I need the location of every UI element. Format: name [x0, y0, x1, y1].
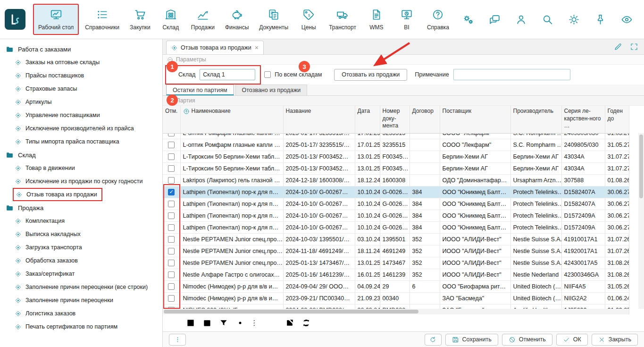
- table-row[interactable]: Nimodec (Нимодек) р-р для в/в и…2023-09-…: [163, 292, 629, 304]
- table-row[interactable]: L-оптик Ромфарм глазные капли …2025-01-1…: [163, 139, 629, 151]
- row-checkbox[interactable]: [168, 236, 175, 243]
- subtab[interactable]: Отозвано из продажи: [235, 85, 308, 95]
- nav-help[interactable]: Справка: [423, 2, 453, 36]
- scrollbar-thumb[interactable]: [639, 135, 643, 198]
- refresh-button[interactable]: [425, 334, 442, 346]
- nav-transport[interactable]: Транспорт: [325, 2, 360, 36]
- table-row[interactable]: Nestle PEPTAMEN Junior спец.про…2024-10-…: [163, 233, 629, 245]
- column-header[interactable]: Договор: [410, 106, 440, 133]
- table-row[interactable]: Nestle PEPTAMEN Junior спец.про…2024-11-…: [163, 245, 629, 257]
- row-checkbox[interactable]: [168, 201, 175, 207]
- column-header[interactable]: Серия ле-карствен-ного …: [561, 106, 605, 133]
- tab-recall-product[interactable]: Отзыв товара из продажи ×: [166, 41, 264, 54]
- reload-icon[interactable]: [301, 318, 311, 328]
- tree-item[interactable]: Прайсы поставщиков: [15, 69, 162, 82]
- all-warehouses-checkbox[interactable]: [264, 71, 271, 78]
- column-header[interactable]: Годен до: [605, 106, 629, 133]
- calendar-icon[interactable]: [202, 318, 212, 328]
- more-button[interactable]: [169, 334, 186, 346]
- edit-icon[interactable]: [614, 42, 622, 51]
- column-header[interactable]: Дата: [355, 106, 380, 133]
- tree-item[interactable]: Заполнение причин переоценки: [15, 294, 162, 307]
- nav-purchases[interactable]: Закупки: [125, 2, 155, 36]
- column-header[interactable]: Наименование: [180, 106, 283, 133]
- tree-group-Склад[interactable]: Склад: [0, 148, 162, 161]
- table-row[interactable]: Lathipen (Тиопентал) пор-к для п…2024-10…: [163, 198, 629, 210]
- brightness-icon[interactable]: [568, 14, 580, 25]
- vertical-scrollbar[interactable]: [638, 133, 644, 309]
- nav-bi[interactable]: BI: [393, 2, 421, 36]
- row-checkbox[interactable]: [168, 142, 175, 148]
- table-row[interactable]: ✓Lathipen (Тиопентал) пор-к для п…2024-1…: [163, 186, 629, 198]
- row-checkbox[interactable]: [168, 248, 175, 254]
- tree-item[interactable]: Заказ/сертификат: [15, 267, 162, 280]
- row-checkbox[interactable]: [168, 271, 175, 278]
- gear-icon[interactable]: [235, 318, 245, 328]
- table-row[interactable]: Lathipen (Тиопентал) пор-к для п…2024-10…: [163, 210, 629, 221]
- scrollbar-thumb[interactable]: [164, 310, 418, 313]
- nav-desktop[interactable]: Рабочий стол: [33, 4, 79, 35]
- table-row[interactable]: L-оптик Ромфарм глазные капли …2025-01-1…: [163, 133, 629, 139]
- column-header[interactable]: Поставщик: [440, 106, 510, 133]
- column-header[interactable]: Номер доку-мента: [380, 106, 410, 133]
- tree-item[interactable]: Печать сертификатов по партиям: [15, 320, 162, 333]
- tree-item[interactable]: Комплектация: [15, 214, 162, 228]
- recall-from-sale-button[interactable]: Отозвать из продажи: [334, 69, 407, 81]
- list-add-icon[interactable]: [268, 318, 278, 328]
- messages-icon[interactable]: [489, 14, 501, 25]
- row-checkbox[interactable]: [168, 283, 175, 290]
- horizontal-scrollbar[interactable]: [163, 309, 629, 314]
- nav-wms[interactable]: WMS: [362, 2, 391, 36]
- nav-finance[interactable]: Финансы: [221, 2, 253, 36]
- tree-item[interactable]: Заполнение причин переоценки (все строки…: [15, 280, 162, 294]
- tree-item[interactable]: Артикулы: [15, 95, 162, 109]
- table-row[interactable]: Nimodec (Нимодек) р-р для в/в и…2024-09-…: [163, 280, 629, 292]
- table-row[interactable]: Lakripos (Лакрипос) гель глазной …2024-1…: [163, 174, 629, 186]
- row-checkbox[interactable]: ✓: [168, 189, 175, 195]
- subtab[interactable]: Остатки по партиям: [166, 85, 234, 95]
- tree-item[interactable]: Товар в движении: [15, 161, 162, 175]
- tree-group-Продажа[interactable]: Продажа: [0, 201, 162, 214]
- ok-button[interactable]: ОК: [556, 334, 588, 346]
- pin-icon[interactable]: [594, 14, 606, 25]
- table-row[interactable]: L-Тироксин 50 Берлин-Хеми табл…2025-01-1…: [163, 151, 629, 162]
- column-header[interactable]: Производитель: [510, 106, 561, 133]
- cancel-button[interactable]: Отменить: [502, 334, 552, 346]
- nav-documents[interactable]: Документы: [255, 2, 293, 36]
- search-icon[interactable]: [542, 14, 553, 25]
- list-view-icon[interactable]: [169, 318, 179, 328]
- tree-group-Работа с заказами[interactable]: Работа с заказами: [0, 42, 162, 56]
- nav-warehouse[interactable]: Склад: [157, 2, 185, 36]
- tree-item[interactable]: Логистика заказов: [15, 307, 162, 320]
- column-header[interactable]: Название: [283, 106, 355, 133]
- row-checkbox[interactable]: [168, 153, 175, 160]
- close-button[interactable]: Закрыть: [592, 334, 638, 346]
- app-logo[interactable]: [5, 9, 25, 30]
- table-row[interactable]: L-Тироксин 50 Берлин-Хеми табл…2025-01-1…: [163, 162, 629, 174]
- table-row[interactable]: Lathipen (Тиопентал) пор-к для п…2024-10…: [163, 221, 629, 233]
- tree-item[interactable]: Страховые запасы: [15, 82, 162, 95]
- table-row[interactable]: Nestle PEPTAMEN Junior спец.про…2025-01-…: [163, 257, 629, 269]
- nav-directory[interactable]: Справочники: [81, 2, 124, 36]
- row-checkbox[interactable]: [168, 133, 175, 136]
- row-checkbox[interactable]: [168, 165, 175, 172]
- nav-prices[interactable]: $Цены: [294, 2, 323, 36]
- tree-item[interactable]: Отзыв товара из продажи: [13, 188, 102, 201]
- row-checkbox[interactable]: [168, 260, 175, 266]
- tab-close-icon[interactable]: ×: [255, 44, 259, 51]
- tree-item[interactable]: Управление поставщиками: [15, 109, 162, 122]
- row-checkbox[interactable]: [168, 224, 175, 231]
- filter-icon[interactable]: [219, 318, 228, 328]
- tree-item[interactable]: Типы импорта прайса поставщика: [15, 135, 162, 148]
- column-header[interactable]: Отм.: [163, 106, 180, 133]
- eye-icon[interactable]: [621, 14, 633, 25]
- export-icon[interactable]: [285, 318, 294, 328]
- warehouse-input[interactable]: [200, 69, 255, 80]
- nav-sales[interactable]: Продажи: [187, 2, 219, 36]
- row-checkbox[interactable]: [168, 177, 175, 184]
- grid-view-icon[interactable]: [186, 318, 195, 328]
- checklist-icon[interactable]: [252, 318, 261, 328]
- row-checkbox[interactable]: [168, 212, 175, 219]
- tree-item[interactable]: Загрузка транспорта: [15, 241, 162, 254]
- tree-item[interactable]: Исключение производителей из прайса: [15, 122, 162, 135]
